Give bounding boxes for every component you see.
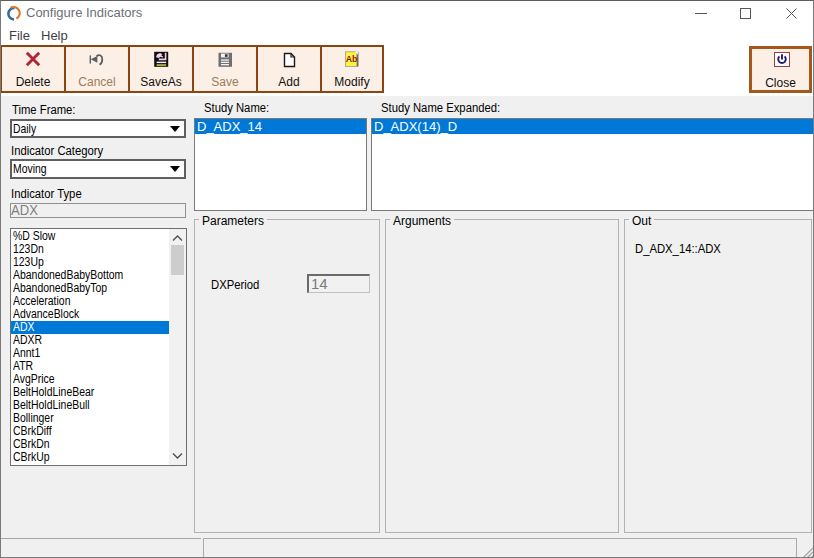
svg-text:Ab: Ab <box>346 54 358 64</box>
